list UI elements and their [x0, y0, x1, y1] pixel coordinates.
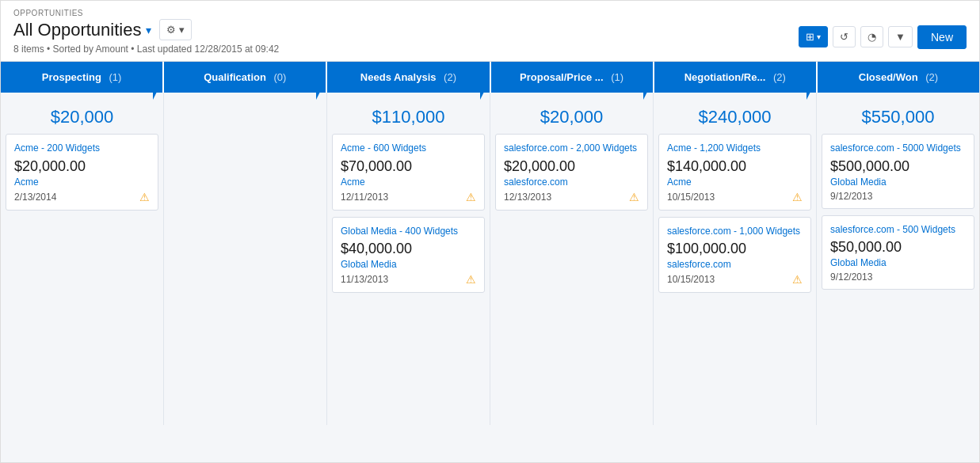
- col-total: $550,000: [822, 99, 974, 134]
- kanban-col-2: $110,000 Acme - 600 Widgets $70,000.00 A…: [327, 93, 490, 425]
- opp-card-amount: $20,000.00: [504, 158, 639, 175]
- header-actions: ⊞ ▾ ↺ ◔ ▼ New: [799, 25, 967, 49]
- stage-count: (1): [608, 71, 624, 83]
- page-title-area: All Opportunities ▾ ⚙ ▾: [13, 19, 279, 40]
- gear-button[interactable]: ⚙ ▾: [159, 19, 192, 40]
- opp-card-title[interactable]: Acme - 600 Widgets: [341, 142, 476, 155]
- opp-card-footer: 12/13/2013 ⚠: [504, 191, 639, 203]
- opp-card-date: 9/12/2013: [830, 271, 872, 283]
- chart-icon: ◔: [868, 31, 876, 43]
- opp-card-amount: $50,000.00: [830, 239, 966, 256]
- opp-card-amount: $20,000.00: [14, 158, 150, 175]
- stage-count: (0): [271, 71, 287, 83]
- warning-icon: ⚠: [139, 191, 150, 203]
- kanban-col-1: [164, 93, 327, 425]
- stage-header-needs-analysis: Needs Analysis (2): [327, 62, 490, 93]
- col-total: $110,000: [332, 99, 485, 134]
- opp-card-title[interactable]: salesforce.com - 1,000 Widgets: [667, 226, 803, 238]
- opp-card-footer: 10/15/2013 ⚠: [667, 191, 803, 203]
- opp-card-date: 12/13/2013: [504, 192, 551, 203]
- kanban-stage-headers: Prospecting (1)Qualification (0)Needs An…: [1, 62, 979, 93]
- kanban-body: $20,000 Acme - 200 Widgets $20,000.00 Ac…: [1, 93, 979, 425]
- opp-card: salesforce.com - 2,000 Widgets $20,000.0…: [495, 134, 648, 211]
- opp-card: salesforce.com - 5000 Widgets $500,000.0…: [822, 134, 974, 209]
- filter-button[interactable]: ▼: [888, 26, 913, 47]
- opp-card-footer: 12/11/2013 ⚠: [341, 191, 476, 203]
- opp-card-account[interactable]: Global Media: [830, 257, 966, 268]
- stage-count: (2): [770, 71, 786, 83]
- stage-count: (2): [440, 71, 456, 83]
- opp-card-title[interactable]: Acme - 200 Widgets: [14, 142, 150, 155]
- header-title-row: All Opportunities ▾ ⚙ ▾ 8 items • Sorted…: [13, 19, 967, 55]
- opp-card-account[interactable]: Acme: [667, 176, 803, 188]
- refresh-button[interactable]: ↺: [833, 26, 856, 47]
- warning-icon: ⚠: [629, 191, 639, 203]
- header: OPPORTUNITIES All Opportunities ▾ ⚙ ▾ 8 …: [1, 1, 979, 62]
- opp-card-footer: 10/15/2013 ⚠: [667, 273, 803, 286]
- opp-card-footer: 9/12/2013: [830, 271, 966, 283]
- opp-card: Acme - 600 Widgets $70,000.00 Acme 12/11…: [332, 134, 485, 211]
- stage-name: Prospecting: [42, 71, 101, 83]
- opp-card-date: 2/13/2014: [14, 192, 56, 203]
- chart-button[interactable]: ◔: [860, 26, 883, 47]
- opp-card-footer: 9/12/2013: [830, 191, 966, 202]
- kanban-col-3: $20,000 salesforce.com - 2,000 Widgets $…: [490, 93, 654, 425]
- warning-icon: ⚠: [466, 273, 476, 286]
- title-dropdown-icon[interactable]: ▾: [146, 24, 151, 36]
- kanban-col-4: $240,000 Acme - 1,200 Widgets $140,000.0…: [654, 93, 817, 425]
- opp-card-amount: $500,000.00: [830, 158, 966, 175]
- opp-card-title[interactable]: salesforce.com - 5000 Widgets: [830, 142, 966, 155]
- opp-card-account[interactable]: Acme: [14, 176, 150, 188]
- stage-name: Proposal/Price ...: [520, 71, 604, 83]
- opp-card-account[interactable]: Global Media: [830, 176, 966, 188]
- opp-card-title[interactable]: Acme - 1,200 Widgets: [667, 142, 803, 155]
- col-total: $20,000: [495, 99, 648, 134]
- stage-count: (1): [106, 71, 122, 83]
- stage-name: Needs Analysis: [360, 71, 437, 83]
- stage-header-proposalprice-: Proposal/Price ... (1): [491, 62, 654, 93]
- opp-card-date: 10/15/2013: [667, 192, 715, 203]
- stage-count: (2): [923, 71, 939, 83]
- filter-icon: ▼: [895, 31, 906, 43]
- opp-card-account[interactable]: salesforce.com: [667, 259, 803, 270]
- opp-card-date: 9/12/2013: [830, 191, 872, 202]
- opp-card-account[interactable]: salesforce.com: [504, 176, 639, 188]
- col-total: $240,000: [658, 99, 811, 134]
- stage-header-closedwon: Closed/Won (2): [818, 62, 979, 93]
- opp-card-title[interactable]: salesforce.com - 2,000 Widgets: [504, 142, 639, 155]
- opp-card: salesforce.com - 1,000 Widgets $100,000.…: [658, 217, 811, 294]
- opp-card: salesforce.com - 500 Widgets $50,000.00 …: [822, 215, 974, 290]
- stage-header-negotiationre: Negotiation/Re... (2): [654, 62, 818, 93]
- kanban-col-0: $20,000 Acme - 200 Widgets $20,000.00 Ac…: [1, 93, 164, 425]
- opp-card-footer: 2/13/2014 ⚠: [14, 191, 150, 203]
- refresh-icon: ↺: [840, 31, 848, 43]
- opp-card-account[interactable]: Global Media: [341, 259, 476, 270]
- kanban-view-button[interactable]: ⊞ ▾: [799, 26, 828, 47]
- opp-card-account[interactable]: Acme: [341, 176, 476, 188]
- stage-name: Qualification: [204, 71, 266, 83]
- stage-name: Closed/Won: [859, 71, 918, 83]
- col-total: $20,000: [6, 99, 158, 134]
- warning-icon: ⚠: [792, 191, 803, 203]
- new-button[interactable]: New: [917, 25, 967, 49]
- opp-card-amount: $70,000.00: [341, 158, 476, 175]
- kanban-icon: ⊞: [806, 31, 814, 43]
- section-label: OPPORTUNITIES: [13, 9, 967, 17]
- opp-card-title[interactable]: salesforce.com - 500 Widgets: [830, 224, 966, 237]
- opp-card-title[interactable]: Global Media - 400 Widgets: [341, 226, 476, 238]
- warning-icon: ⚠: [466, 191, 476, 203]
- app-container: OPPORTUNITIES All Opportunities ▾ ⚙ ▾ 8 …: [0, 0, 980, 463]
- stage-header-prospecting: Prospecting (1): [1, 62, 164, 93]
- header-subtitle: 8 items • Sorted by Amount • Last update…: [13, 44, 279, 55]
- opp-card: Acme - 1,200 Widgets $140,000.00 Acme 10…: [658, 134, 811, 211]
- warning-icon: ⚠: [792, 273, 803, 286]
- kanban-dropdown-arrow: ▾: [817, 32, 821, 41]
- opp-card: Global Media - 400 Widgets $40,000.00 Gl…: [332, 217, 485, 294]
- title-area: All Opportunities ▾ ⚙ ▾ 8 items • Sorted…: [13, 19, 279, 55]
- opp-card: Acme - 200 Widgets $20,000.00 Acme 2/13/…: [6, 134, 158, 211]
- opp-card-amount: $100,000.00: [667, 241, 803, 257]
- opp-card-date: 12/11/2013: [341, 192, 388, 203]
- opp-card-date: 11/13/2013: [341, 274, 388, 285]
- page-title: All Opportunities: [13, 20, 141, 40]
- opp-card-footer: 11/13/2013 ⚠: [341, 273, 476, 286]
